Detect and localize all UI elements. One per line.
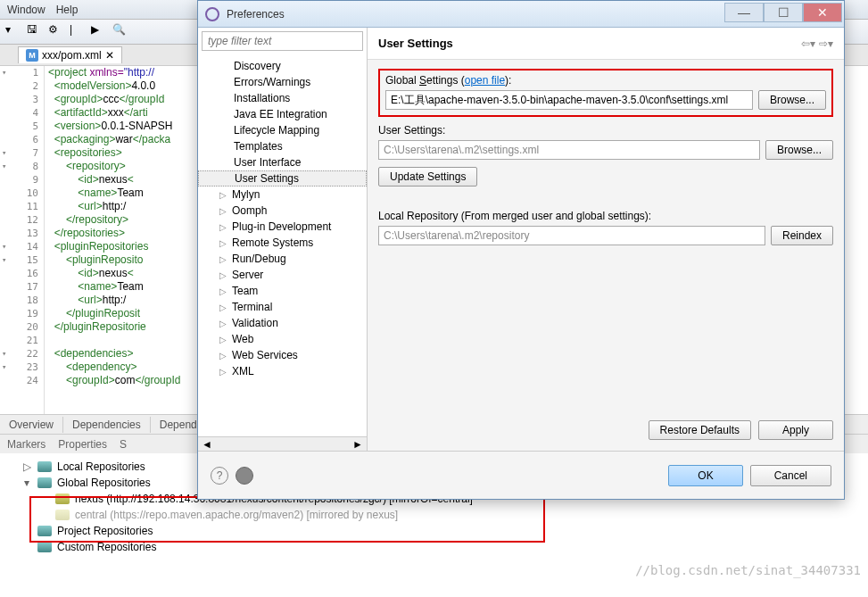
tree-node-lifecycle-mapping[interactable]: Lifecycle Mapping xyxy=(198,122,367,138)
dialog-icon xyxy=(205,7,219,21)
repo-label: Local Repositories xyxy=(57,460,145,473)
tree-node-mylyn[interactable]: ▷Mylyn xyxy=(198,187,367,203)
browse-global-button[interactable]: Browse... xyxy=(758,90,826,110)
tree-node-user-settings[interactable]: User Settings xyxy=(198,170,367,187)
tree-node-web-services[interactable]: ▷Web Services xyxy=(198,347,367,363)
preferences-tree[interactable]: DiscoveryErrors/WarningsInstallationsJav… xyxy=(198,54,367,436)
page-title: User Settings xyxy=(378,37,453,50)
menu-window[interactable]: Window xyxy=(7,4,45,16)
apply-button[interactable]: Apply xyxy=(758,420,833,440)
tree-node-validation[interactable]: ▷Validation xyxy=(198,315,367,331)
tree-node-discovery[interactable]: Discovery xyxy=(198,58,367,74)
ok-button[interactable]: OK xyxy=(668,465,742,486)
scroll-right-icon[interactable]: ► xyxy=(352,438,363,451)
line-gutter: 123456789101112131415161718192021222324 xyxy=(0,66,45,414)
repo-label: Global Repositories xyxy=(57,477,151,489)
repo-icon xyxy=(55,510,70,520)
local-repo-input[interactable] xyxy=(378,226,765,245)
repo-icon xyxy=(37,477,52,488)
tree-node-team[interactable]: ▷Team xyxy=(198,283,367,299)
twisty-icon[interactable]: ▾ xyxy=(21,477,32,489)
view-properties[interactable]: Properties xyxy=(58,438,107,451)
tree-node-java-ee-integration[interactable]: Java EE Integration xyxy=(198,106,367,122)
tree-node-xml[interactable]: ▷XML xyxy=(198,363,367,379)
reindex-button[interactable]: Reindex xyxy=(771,226,833,245)
scroll-left-icon[interactable]: ◄ xyxy=(202,438,212,451)
tree-node-templates[interactable]: Templates xyxy=(198,138,367,154)
cancel-button[interactable]: Cancel xyxy=(750,465,831,486)
global-settings-input[interactable] xyxy=(385,90,753,110)
tree-node-terminal[interactable]: ▷Terminal xyxy=(198,299,367,315)
editor-tab-label: xxx/pom.xml xyxy=(42,49,102,62)
repo-icon xyxy=(37,526,52,536)
editor-tab-pom[interactable]: M xxx/pom.xml ✕ xyxy=(18,46,122,63)
repo-project[interactable]: ▷Project Repositories xyxy=(21,523,868,539)
close-button[interactable]: ✕ xyxy=(803,3,842,22)
open-file-link[interactable]: open file xyxy=(465,74,505,87)
tree-node-server[interactable]: ▷Server xyxy=(198,267,367,283)
page-content: Global Settings (open file): Browse... U… xyxy=(368,60,844,451)
page-header: User Settings ⇦▾ ⇨▾ xyxy=(368,28,844,60)
preferences-dialog: Preferences DiscoveryErrors/WarningsInst… xyxy=(197,0,845,500)
close-icon[interactable]: ✕ xyxy=(105,49,114,62)
repo-custom[interactable]: ▷Custom Repositories xyxy=(21,539,868,555)
tree-scrollbar[interactable]: ◄► xyxy=(198,436,367,451)
local-repo-label: Local Repository (From merged user and g… xyxy=(378,210,833,222)
user-settings-input[interactable] xyxy=(378,140,760,160)
maximize-button[interactable]: ☐ xyxy=(764,3,803,22)
maven-icon: M xyxy=(26,49,38,62)
menu-help[interactable]: Help xyxy=(56,4,79,16)
watermark: //blog.csdn.net/sinat_34407331 xyxy=(635,563,861,577)
tree-node-errors-warnings[interactable]: Errors/Warnings xyxy=(198,74,367,90)
forward-icon[interactable]: ⇨▾ xyxy=(819,37,833,50)
twisty-icon[interactable]: ▷ xyxy=(21,460,32,473)
nav-arrows[interactable]: ⇦▾ ⇨▾ xyxy=(801,37,833,50)
tree-node-run-debug[interactable]: ▷Run/Debug xyxy=(198,251,367,267)
repo-label: Custom Repositories xyxy=(57,541,156,553)
import-export-icon[interactable] xyxy=(236,467,253,485)
view-s[interactable]: S xyxy=(120,438,127,451)
restore-defaults-button[interactable]: Restore Defaults xyxy=(649,420,751,440)
update-settings-button[interactable]: Update Settings xyxy=(378,167,477,187)
repo-central[interactable]: ▷central (https://repo.maven.apache.org/… xyxy=(21,507,868,523)
tree-node-web[interactable]: ▷Web xyxy=(198,331,367,347)
repo-icon xyxy=(37,461,52,472)
minimize-button[interactable]: — xyxy=(724,3,764,22)
back-icon[interactable]: ⇦▾ xyxy=(801,37,815,50)
user-settings-label: User Settings: xyxy=(378,124,833,137)
repo-icon xyxy=(37,542,52,552)
dialog-footer: ? OK Cancel xyxy=(198,451,844,499)
tab-dependencies[interactable]: Dependencies xyxy=(63,417,151,433)
preferences-tree-panel: DiscoveryErrors/WarningsInstallationsJav… xyxy=(198,28,368,451)
repo-icon xyxy=(55,493,70,504)
tree-node-oomph[interactable]: ▷Oomph xyxy=(198,203,367,219)
filter-input[interactable] xyxy=(202,31,363,51)
tree-node-remote-systems[interactable]: ▷Remote Systems xyxy=(198,235,367,251)
help-icon[interactable]: ? xyxy=(211,467,228,485)
view-markers[interactable]: Markers xyxy=(7,438,45,451)
tab-overview[interactable]: Overview xyxy=(0,417,63,433)
repo-label: central (https://repo.maven.apache.org/m… xyxy=(75,509,398,521)
tree-node-installations[interactable]: Installations xyxy=(198,90,367,106)
global-settings-label: Global Settings (open file): xyxy=(385,74,826,87)
tree-node-user-interface[interactable]: User Interface xyxy=(198,154,367,170)
browse-user-button[interactable]: Browse... xyxy=(765,140,833,160)
tree-node-plug-in-development[interactable]: ▷Plug-in Development xyxy=(198,219,367,235)
repo-label: Project Repositories xyxy=(57,525,153,537)
